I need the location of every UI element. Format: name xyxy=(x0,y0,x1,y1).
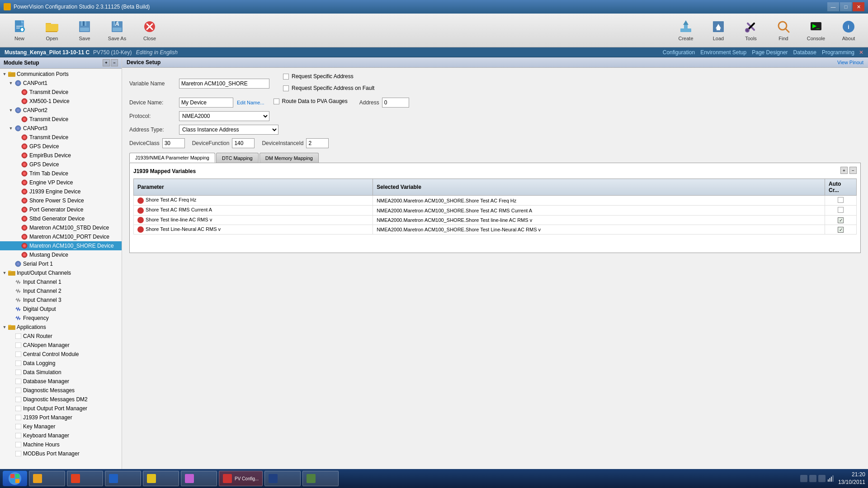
tree-item-stbdgenerator-dev[interactable]: Stbd Generator Device xyxy=(0,214,122,223)
tree-item-mustang-dev[interactable]: Mustang Device xyxy=(0,250,122,259)
auto-create-cell-3[interactable]: ✓ xyxy=(825,225,857,235)
table-row[interactable]: Shore Test AC Freq HzNMEA2000.Maretron A… xyxy=(134,196,857,206)
tree-item-comm-ports[interactable]: ▼Communication Ports xyxy=(0,70,122,79)
start-button[interactable] xyxy=(3,471,27,486)
tree-item-canport2[interactable]: ▼CANPort2 xyxy=(0,106,122,115)
nav-database[interactable]: Database xyxy=(793,49,816,56)
tree-item-machine-hours[interactable]: Machine Hours xyxy=(0,440,122,449)
tree-item-db-mgr[interactable]: Database Manager xyxy=(0,377,122,386)
open-button[interactable]: Open xyxy=(36,16,68,45)
device-instance-input[interactable] xyxy=(306,138,329,148)
auto-create-cell-2[interactable]: ✓ xyxy=(825,216,857,225)
taskbar-ie[interactable] xyxy=(105,471,141,486)
tree-item-maretron-port-dev[interactable]: Maretron ACM100_PORT Device xyxy=(0,232,122,241)
minimize-button[interactable]: — xyxy=(827,2,839,11)
taskbar-app7[interactable] xyxy=(264,471,301,486)
view-pinout-link[interactable]: View Pinout xyxy=(837,60,863,65)
auto-create-checkbox-1[interactable] xyxy=(838,207,844,213)
tree-item-diag-msgs[interactable]: Diagnostic Messages xyxy=(0,386,122,395)
address-input[interactable] xyxy=(382,98,409,108)
table-remove-btn[interactable]: − xyxy=(849,167,857,174)
tree-item-portgenerator-dev[interactable]: Port Generator Device xyxy=(0,205,122,214)
auto-create-checkbox-3[interactable]: ✓ xyxy=(838,227,844,233)
sidebar-collapse-btn[interactable]: + xyxy=(103,59,110,66)
table-add-btn[interactable]: + xyxy=(840,167,848,174)
tree-item-key-mgr[interactable]: Key Manager xyxy=(0,422,122,431)
device-name-input[interactable] xyxy=(179,98,233,108)
address-type-dropdown[interactable]: Class Instance Address xyxy=(179,125,278,135)
protocol-dropdown[interactable]: NMEA2000 xyxy=(179,111,269,121)
tree-item-canopen-mgr[interactable]: CANopen Manager xyxy=(0,341,122,350)
nav-page-designer[interactable]: Page Designer xyxy=(752,49,788,56)
tree-item-applications[interactable]: ▼Applications xyxy=(0,323,122,332)
tree-item-shorepowers-dev[interactable]: Shore Power S Device xyxy=(0,196,122,205)
tree-item-canport1[interactable]: ▼CANPort1 xyxy=(0,79,122,88)
tree-toggle-io-channels[interactable]: ▼ xyxy=(2,270,7,276)
nav-environment-setup[interactable]: Environment Setup xyxy=(700,49,746,56)
route-data-checkbox[interactable] xyxy=(274,99,279,104)
auto-create-checkbox-0[interactable] xyxy=(838,197,844,203)
auto-create-cell-0[interactable] xyxy=(825,196,857,206)
auto-create-checkbox-2[interactable]: ✓ xyxy=(838,217,844,223)
create-button[interactable]: Create xyxy=(670,16,702,45)
tree-item-canport3[interactable]: ▼CANPort3 xyxy=(0,124,122,133)
tree-item-frequency[interactable]: Frequency xyxy=(0,314,122,323)
tree-item-gps-dev2[interactable]: GPS Device xyxy=(0,160,122,169)
tree-item-empirbus-dev[interactable]: EmpirBus Device xyxy=(0,151,122,160)
maximize-button[interactable]: □ xyxy=(840,2,852,11)
tree-item-modbus-port-mgr[interactable]: MODBus Port Manager xyxy=(0,449,122,458)
table-row[interactable]: Shore Test line-line AC RMS vNMEA2000.Ma… xyxy=(134,216,857,225)
edit-name-link[interactable]: Edit Name... xyxy=(237,100,264,105)
saveas-button[interactable]: A Save As xyxy=(101,16,133,45)
tab-j1939[interactable]: J1939/NMEA Parameter Mapping xyxy=(129,153,215,163)
tree-item-input-ch3[interactable]: Input Channel 3 xyxy=(0,296,122,305)
tree-item-data-sim[interactable]: Data Simulation xyxy=(0,368,122,377)
tree-toggle-canport2[interactable]: ▼ xyxy=(8,108,14,113)
tree-item-keyboard-mgr[interactable]: Keyboard Manager xyxy=(0,431,122,440)
tree-item-maretron-stbd-dev[interactable]: Maretron ACM100_STBD Device xyxy=(0,223,122,232)
tools-button[interactable]: Tools xyxy=(735,16,767,45)
tree-item-central-ctrl[interactable]: Central Control Module xyxy=(0,350,122,359)
taskbar-explorer[interactable] xyxy=(29,471,65,486)
auto-create-cell-1[interactable] xyxy=(825,206,857,216)
tree-item-transmit-dev3[interactable]: Transmit Device xyxy=(0,133,122,142)
taskbar-powervision[interactable]: PV Config... xyxy=(219,471,263,486)
variable-name-input[interactable] xyxy=(179,79,269,89)
tree-item-digital-output[interactable]: Digital Output xyxy=(0,305,122,314)
tree-item-data-logging[interactable]: Data Logging xyxy=(0,359,122,368)
nav-configuration[interactable]: Configuration xyxy=(663,49,695,56)
tree-item-j1939-port-mgr[interactable]: J1939 Port Manager xyxy=(0,413,122,422)
tree-item-io-port-mgr[interactable]: Input Output Port Manager xyxy=(0,404,122,413)
device-function-input[interactable] xyxy=(232,138,255,148)
tab-dm[interactable]: DM Memory Mapping xyxy=(259,153,319,163)
load-button[interactable]: Load xyxy=(703,16,734,45)
request-specific-addr-checkbox[interactable] xyxy=(283,74,289,80)
tree-item-gps-dev1[interactable]: GPS Device xyxy=(0,142,122,151)
tree-item-xm500-dev[interactable]: XM500-1 Device xyxy=(0,97,122,106)
tab-dtc[interactable]: DTC Mapping xyxy=(216,153,259,163)
tree-toggle-applications[interactable]: ▼ xyxy=(2,324,7,330)
table-row[interactable]: Shore Test AC RMS Current ANMEA2000.Mare… xyxy=(134,206,857,216)
new-button[interactable]: New xyxy=(4,16,35,45)
tree-item-can-router[interactable]: CAN Router xyxy=(0,332,122,341)
save-button[interactable]: Save xyxy=(69,16,100,45)
taskbar-itunes[interactable] xyxy=(181,471,217,486)
tree-item-j1939engine-dev[interactable]: J1939 Engine Device xyxy=(0,187,122,196)
device-class-input[interactable] xyxy=(162,138,185,148)
taskbar-files[interactable] xyxy=(143,471,179,486)
console-button[interactable]: ▶_ Console xyxy=(800,16,832,45)
tree-item-trimtab-dev[interactable]: Trim Tab Device xyxy=(0,169,122,178)
request-specific-fault-checkbox[interactable] xyxy=(283,85,289,91)
sidebar-expand-btn[interactable]: − xyxy=(111,59,118,66)
tree-toggle-canport3[interactable]: ▼ xyxy=(8,126,14,131)
tree-item-transmit-dev2[interactable]: Transmit Device xyxy=(0,115,122,124)
tree-item-input-ch1[interactable]: Input Channel 1 xyxy=(0,277,122,286)
tree-item-maretron-shore-dev[interactable]: Maretron ACM100_SHORE Device xyxy=(0,241,122,250)
table-row[interactable]: Shore Test Line-Neural AC RMS vNMEA2000.… xyxy=(134,225,857,235)
nav-programming[interactable]: Programming xyxy=(822,49,854,56)
taskbar-app8[interactable] xyxy=(302,471,339,486)
close-button[interactable]: Close xyxy=(134,16,165,45)
breadcrumb-close-btn[interactable]: ✕ xyxy=(859,49,863,56)
taskbar-media[interactable] xyxy=(67,471,103,486)
tree-toggle-comm-ports[interactable]: ▼ xyxy=(2,71,7,77)
